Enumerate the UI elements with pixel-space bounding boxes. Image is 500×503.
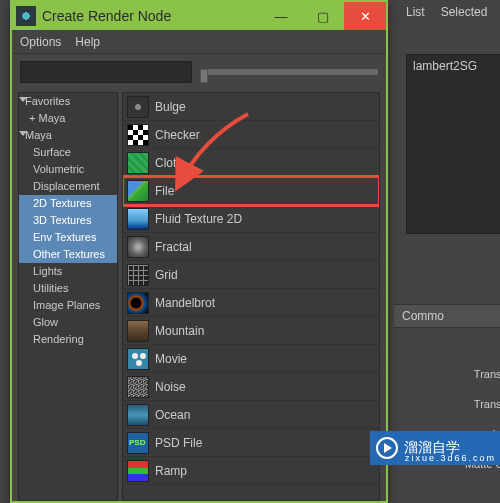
sidebar-item-maya[interactable]: Maya [19, 127, 117, 144]
bulge-icon [127, 96, 149, 118]
node-item-ocean[interactable]: Ocean [123, 401, 379, 429]
node-label: Mandelbrot [155, 296, 215, 310]
noise-icon [127, 376, 149, 398]
sidebar-item-2d-textures[interactable]: 2D Textures [19, 195, 117, 212]
sidebar-item-glow[interactable]: Glow [19, 314, 117, 331]
node-item-file[interactable]: File [123, 177, 379, 205]
sidebar-item-utilities[interactable]: Utilities [19, 280, 117, 297]
titlebar[interactable]: Create Render Node — ▢ ✕ [12, 2, 386, 30]
sidebar-item-favorites[interactable]: Favorites [19, 93, 117, 110]
sidebar-item-rendering[interactable]: Rendering [19, 331, 117, 348]
create-render-node-window: Create Render Node — ▢ ✕ Options Help Fa… [10, 0, 388, 503]
help-menu[interactable]: Help [75, 35, 100, 49]
selected-tab[interactable]: Selected [441, 5, 488, 19]
sidebar-item-maya-fav[interactable]: + Maya [19, 110, 117, 127]
node-item-noise[interactable]: Noise [123, 373, 379, 401]
sidebar-item-volumetric[interactable]: Volumetric [19, 161, 117, 178]
minimize-button[interactable]: — [260, 2, 302, 30]
sidebar-item-other-textures[interactable]: Other Textures [19, 246, 117, 263]
node-item-movie[interactable]: Movie [123, 345, 379, 373]
node-item-mandelbrot[interactable]: Mandelbrot [123, 289, 379, 317]
search-input[interactable] [20, 61, 192, 83]
mandelbrot-icon [127, 292, 149, 314]
file-icon [127, 180, 149, 202]
node-label: Ocean [155, 408, 190, 422]
ocean-icon [127, 404, 149, 426]
watermark-badge: 溜溜自学 zixue.3d66.com [370, 431, 500, 465]
node-item-fluid-texture-2d[interactable]: Fluid Texture 2D [123, 205, 379, 233]
node-item-grid[interactable]: Grid [123, 261, 379, 289]
maya-app-icon [16, 6, 36, 26]
node-item-cloth[interactable]: Cloth [123, 149, 379, 177]
sidebar-item-surface[interactable]: Surface [19, 144, 117, 161]
node-item-ramp[interactable]: Ramp [123, 457, 379, 485]
node-item-fractal[interactable]: Fractal [123, 233, 379, 261]
ramp-icon [127, 460, 149, 482]
sidebar-item-lights[interactable]: Lights [19, 263, 117, 280]
list-item[interactable]: lambert2SG [413, 59, 500, 73]
node-item-mountain[interactable]: Mountain [123, 317, 379, 345]
category-sidebar[interactable]: Favorites + Maya Maya Surface Volumetric… [18, 92, 118, 501]
list-tab[interactable]: List [406, 5, 425, 19]
node-list[interactable]: Bulge Checker Cloth File Fluid Texture 2… [122, 92, 380, 501]
node-label: File [155, 184, 174, 198]
sidebar-item-image-planes[interactable]: Image Planes [19, 297, 117, 314]
sidebar-item-env-textures[interactable]: Env Textures [19, 229, 117, 246]
attribute-editor-panel: List Selected lambert2SG Commo Transl Tr… [394, 0, 500, 503]
shading-group-list[interactable]: lambert2SG [406, 54, 500, 234]
maximize-button[interactable]: ▢ [302, 2, 344, 30]
mountain-icon [127, 320, 149, 342]
node-label: PSD File [155, 436, 202, 450]
sidebar-item-3d-textures[interactable]: 3D Textures [19, 212, 117, 229]
menubar: Options Help [12, 30, 386, 54]
grid-icon [127, 264, 149, 286]
node-label: Fractal [155, 240, 192, 254]
cloth-icon [127, 152, 149, 174]
options-menu[interactable]: Options [20, 35, 61, 49]
icon-size-slider[interactable] [202, 69, 378, 75]
node-label: Fluid Texture 2D [155, 212, 242, 226]
node-item-psd-file[interactable]: PSD File [123, 429, 379, 457]
checker-icon [127, 124, 149, 146]
window-title: Create Render Node [42, 8, 260, 24]
fractal-icon [127, 236, 149, 258]
node-item-checker[interactable]: Checker [123, 121, 379, 149]
movie-icon [127, 348, 149, 370]
node-label: Grid [155, 268, 178, 282]
sidebar-item-displacement[interactable]: Displacement [19, 178, 117, 195]
fluid-icon [127, 208, 149, 230]
watermark-url: zixue.3d66.com [405, 453, 496, 463]
node-item-bulge[interactable]: Bulge [123, 93, 379, 121]
node-label: Ramp [155, 464, 187, 478]
common-section-header[interactable]: Commo [394, 304, 500, 328]
play-icon [376, 437, 398, 459]
psd-icon [127, 432, 149, 454]
close-button[interactable]: ✕ [344, 2, 386, 30]
node-label: Noise [155, 380, 186, 394]
node-label: Bulge [155, 100, 186, 114]
node-label: Checker [155, 128, 200, 142]
node-label: Cloth [155, 156, 183, 170]
slider-handle[interactable] [200, 69, 208, 83]
node-label: Mountain [155, 324, 204, 338]
node-label: Movie [155, 352, 187, 366]
